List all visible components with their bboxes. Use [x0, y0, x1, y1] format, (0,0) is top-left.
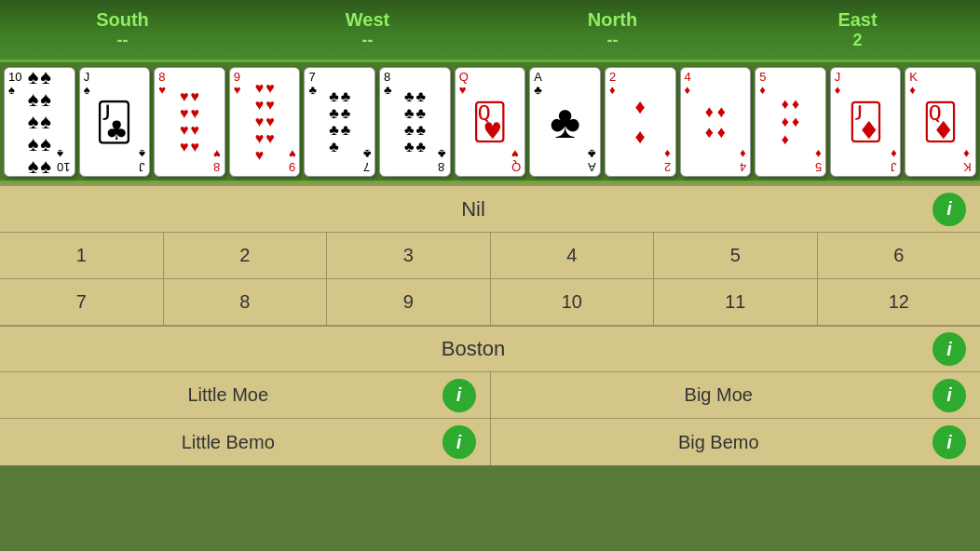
nil-row: Nil i: [0, 186, 980, 233]
card-kd[interactable]: K♦ 🃍 K♦: [905, 67, 976, 177]
card-ac[interactable]: A♣ ♣ A♣: [529, 67, 601, 177]
big-moe-label: Big Moe: [505, 384, 933, 406]
boston-label: Boston: [14, 337, 932, 361]
bid-cell-7[interactable]: 7: [0, 279, 164, 325]
bid-cell-9[interactable]: 9: [327, 279, 491, 325]
boston-info-button[interactable]: i: [932, 332, 966, 366]
bid-cell-5[interactable]: 5: [654, 233, 818, 278]
moe-row: Little Moe i Big Moe i: [0, 372, 980, 419]
card-7c[interactable]: 7♣ ♣♣♣♣♣♣♣ 7♣: [304, 67, 375, 177]
little-moe-info-button[interactable]: i: [442, 379, 476, 412]
bid-row-2: 7 8 9 10 11 12: [0, 279, 980, 326]
card-8c[interactable]: 8♣ ♣♣♣♣♣♣♣♣ 8♣: [379, 67, 451, 177]
bemo-row: Little Bemo i Big Bemo i: [0, 419, 980, 465]
boston-row: Boston i: [0, 326, 980, 372]
little-moe-label: Little Moe: [14, 384, 442, 406]
nil-info-button[interactable]: i: [932, 193, 966, 226]
west-label: West: [346, 9, 389, 31]
big-moe-cell[interactable]: Big Moe i: [491, 372, 981, 418]
bid-cell-1[interactable]: 1: [0, 233, 164, 278]
nil-label: Nil: [14, 197, 932, 222]
little-bemo-label: Little Bemo: [14, 432, 442, 453]
card-9h[interactable]: 9♥ ♥♥♥♥♥♥♥♥♥ 9♥: [229, 67, 301, 177]
big-bemo-label: Big Bemo: [505, 432, 933, 453]
card-qh[interactable]: Q♥ 🂽 Q♥: [455, 67, 526, 177]
north-label: North: [588, 9, 637, 31]
west-sub: --: [362, 31, 374, 50]
little-bemo-info-button[interactable]: i: [442, 425, 476, 459]
card-js[interactable]: J♠ 🃛 J♠: [79, 67, 151, 177]
little-bemo-cell[interactable]: Little Bemo i: [0, 419, 491, 465]
bid-row-1: 1 2 3 4 5 6: [0, 233, 980, 279]
card-4d[interactable]: 4♦ ♦♦♦♦ 4♦: [680, 67, 752, 177]
big-bemo-cell[interactable]: Big Bemo i: [491, 419, 981, 465]
card-5d[interactable]: 5♦ ♦♦♦♦♦ 5♦: [755, 67, 826, 177]
little-moe-cell[interactable]: Little Moe i: [0, 372, 491, 418]
header: South -- West -- North -- East 2: [0, 0, 980, 62]
bid-cell-4[interactable]: 4: [491, 233, 655, 278]
south-col: South --: [0, 0, 245, 60]
bid-cell-12[interactable]: 12: [818, 279, 981, 325]
east-label: East: [837, 9, 877, 31]
card-10s[interactable]: 10♠ ♠♠♠♠♠♠♠♠♠♠ 10♠: [4, 67, 75, 177]
east-col: East 2: [735, 0, 980, 60]
south-sub: --: [117, 31, 129, 50]
south-label: South: [96, 9, 149, 31]
east-sub: 2: [852, 31, 862, 50]
bid-cell-6[interactable]: 6: [818, 233, 981, 278]
west-col: West --: [245, 0, 490, 60]
bid-cell-10[interactable]: 10: [491, 279, 655, 325]
bid-cell-3[interactable]: 3: [327, 233, 491, 278]
bid-cell-2[interactable]: 2: [164, 233, 328, 278]
big-bemo-info-button[interactable]: i: [932, 425, 966, 459]
bottom-panel: Nil i 1 2 3 4 5 6 7 8 9 10 11 12 Boston …: [0, 183, 980, 465]
big-moe-info-button[interactable]: i: [932, 379, 966, 412]
north-sub: --: [607, 31, 619, 50]
bid-cell-11[interactable]: 11: [654, 279, 818, 325]
north-col: North --: [490, 0, 735, 60]
card-8h[interactable]: 8♥ ♥♥♥♥♥♥♥♥ 8♥: [154, 67, 225, 177]
cards-area: 10♠ ♠♠♠♠♠♠♠♠♠♠ 10♠ J♠ 🃛 J♠ 8♥ ♥♥♥♥♥♥♥♥ 8…: [0, 62, 980, 183]
bid-cell-8[interactable]: 8: [164, 279, 328, 325]
card-jd[interactable]: J♦ 🃋 J♦: [830, 67, 902, 177]
card-2d[interactable]: 2♦ ♦♦ 2♦: [605, 67, 676, 177]
